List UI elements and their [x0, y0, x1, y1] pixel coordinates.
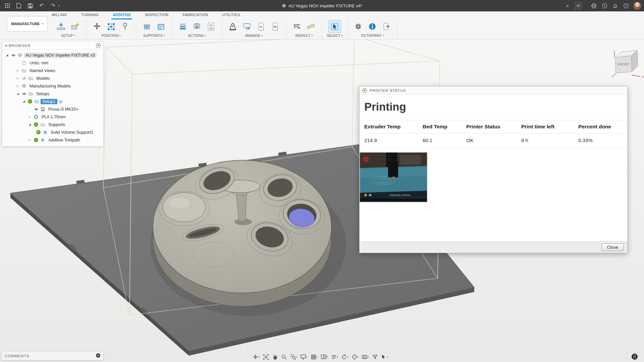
redo-dropdown-caret[interactable]: ▾: [58, 4, 60, 7]
post-process-icon[interactable]: G1 G2: [205, 20, 217, 33]
support-bar-icon[interactable]: [155, 20, 167, 33]
support-volume-icon[interactable]: [141, 20, 153, 33]
arrange-icon[interactable]: [105, 20, 117, 33]
visibility-eye-icon[interactable]: [21, 92, 27, 96]
move-icon[interactable]: [91, 20, 103, 33]
position-icon[interactable]: ▾: [252, 354, 260, 360]
octoprint-info-icon[interactable]: [366, 20, 378, 33]
group-label-inspect[interactable]: INSPECT▾: [295, 34, 313, 38]
new-setup-icon[interactable]: [55, 20, 67, 33]
tree-item-printer[interactable]: Prusa i3 MK3S+: [2, 105, 103, 113]
printer-machine-icon: [40, 107, 46, 111]
ruler-icon[interactable]: [305, 20, 317, 33]
refresh-orbit-icon[interactable]: ▾: [341, 354, 348, 360]
visibility-eye-off-icon[interactable]: [21, 77, 27, 80]
group-label-octoprint[interactable]: OCTOPRINT▾: [361, 34, 384, 38]
fit-view-icon[interactable]: [263, 354, 269, 360]
tab-fabrication[interactable]: FABRICATION: [181, 11, 209, 19]
select-tool-icon[interactable]: [329, 20, 341, 33]
file-menu-icon[interactable]: [15, 2, 22, 9]
machine-control-icon[interactable]: [241, 20, 253, 33]
group-label-manage[interactable]: MANAGE▾: [245, 34, 263, 38]
redo-icon[interactable]: ↷: [50, 2, 56, 9]
tree-item-setup1[interactable]: ◢ ✓ Setup1 ◎: [2, 98, 103, 105]
tab-utilities[interactable]: UTILITIES: [221, 11, 241, 19]
grid-snaps-icon[interactable]: ▾: [311, 354, 318, 360]
tab-turning[interactable]: TURNING: [80, 11, 100, 19]
app-grid-icon[interactable]: [4, 2, 11, 9]
job-status-icon[interactable]: [601, 2, 608, 9]
extensions-icon[interactable]: [590, 2, 597, 9]
tab-additive[interactable]: ADDITIVE: [111, 11, 132, 19]
tree-item-models[interactable]: ▷ Models: [2, 74, 103, 82]
octoprint-upload-icon[interactable]: [380, 20, 392, 33]
expand-arrow-icon[interactable]: ▷: [15, 77, 20, 80]
tab-inspection[interactable]: INSPECTION: [144, 11, 170, 19]
create-from-template-icon[interactable]: [69, 20, 81, 33]
slice-layers-icon[interactable]: [177, 20, 189, 33]
value-extruder-temp: 214.9: [364, 133, 423, 148]
octoprint-settings-gear-icon[interactable]: [352, 20, 364, 33]
expand-arrow-icon[interactable]: ◢: [28, 123, 32, 126]
octoprint-connection-icon[interactable]: [631, 353, 638, 360]
tree-item-additive-toolpath[interactable]: ▷ ✓ Additive Toolpath: [2, 136, 103, 144]
tree-item-setups[interactable]: ◢ Setups: [2, 90, 103, 98]
viewcube-front-label[interactable]: FRONT: [617, 62, 630, 66]
tree-item-units[interactable]: Units: mm: [2, 59, 103, 67]
close-tab-icon[interactable]: ×: [564, 2, 571, 9]
templates-doc-icon[interactable]: %: [269, 20, 281, 33]
user-avatar[interactable]: [633, 2, 641, 10]
expand-arrow-icon[interactable]: ▷: [15, 84, 20, 87]
group-label-setup[interactable]: SETUP▾: [61, 34, 75, 38]
collapse-panel-icon[interactable]: ◂◂: [5, 44, 6, 47]
viewports-icon[interactable]: ▾: [321, 354, 328, 360]
pan-hand-icon[interactable]: [272, 354, 278, 360]
browser-panel: ◂◂ BROWSER ◢ AU Vegas NOV impeller FIXTU…: [2, 42, 103, 146]
named-views-icon[interactable]: ▾: [352, 354, 359, 360]
tree-item-solid-volume-support[interactable]: ✓ Solid Volume Support1: [2, 128, 103, 136]
tree-item-manufacturing-models[interactable]: ▷ Manufacturing Models: [2, 82, 103, 90]
save-icon[interactable]: [27, 2, 34, 9]
selection-tools-icon[interactable]: ▾: [381, 354, 388, 360]
nc-program-icon[interactable]: G: [255, 20, 267, 33]
expand-arrow-icon[interactable]: ◢: [21, 100, 26, 103]
zoom-icon[interactable]: [281, 354, 287, 360]
tree-item-material[interactable]: ▷ PLA 1.75mm: [2, 113, 103, 121]
simulate-icon[interactable]: [191, 20, 203, 33]
new-tab-button[interactable]: +: [574, 2, 582, 10]
visual-style-icon[interactable]: ▾: [331, 354, 338, 360]
group-label-supports[interactable]: SUPPORTS▾: [143, 34, 165, 38]
visibility-eye-icon[interactable]: [33, 108, 39, 111]
minimize-panel-icon[interactable]: [96, 43, 101, 48]
expand-arrow-icon[interactable]: ◢: [15, 92, 20, 95]
undo-icon[interactable]: ↶: [38, 2, 45, 9]
measure-icon[interactable]: [291, 20, 303, 33]
expand-arrow-icon[interactable]: ▷: [28, 138, 32, 141]
visibility-eye-icon[interactable]: [10, 54, 16, 57]
tree-item-root[interactable]: ◢ AU Vegas NOV impeller FIXTURE v3: [2, 51, 103, 59]
notifications-bell-icon[interactable]: [612, 2, 619, 9]
group-label-actions[interactable]: ACTIONS▾: [188, 34, 206, 38]
comments-bubble-icon[interactable]: [96, 353, 101, 359]
placement-pin-icon[interactable]: [119, 20, 131, 33]
view-cube[interactable]: FRONT X: [610, 46, 643, 80]
expand-arrow-icon[interactable]: ▷: [28, 115, 32, 118]
expand-arrow-icon[interactable]: ▷: [15, 69, 20, 72]
machine-library-icon[interactable]: [227, 20, 239, 33]
comments-panel[interactable]: COMMENTS: [2, 352, 103, 360]
tree-item-named-views[interactable]: ▷ Named Views: [2, 67, 103, 74]
collapse-dialog-icon[interactable]: [362, 88, 367, 93]
help-icon[interactable]: ?: [623, 2, 629, 9]
close-button[interactable]: Close: [601, 243, 624, 251]
expand-arrow-icon[interactable]: ◢: [5, 54, 9, 57]
active-setup-target-icon[interactable]: ◎: [59, 99, 62, 104]
group-label-select[interactable]: SELECT▾: [327, 34, 342, 38]
tab-milling[interactable]: MILLING: [50, 11, 68, 19]
zoom-window-icon[interactable]: ▾: [290, 354, 298, 360]
display-settings-icon[interactable]: ▾: [300, 354, 308, 360]
workspace-selector[interactable]: MANUFACTURE ▾: [7, 16, 48, 32]
text-commands-icon[interactable]: ▾: [362, 354, 369, 360]
selection-filter-icon[interactable]: [372, 354, 378, 360]
tree-item-supports[interactable]: ◢ ✓ Supports: [2, 121, 103, 128]
group-label-position[interactable]: POSITION▾: [102, 34, 121, 38]
